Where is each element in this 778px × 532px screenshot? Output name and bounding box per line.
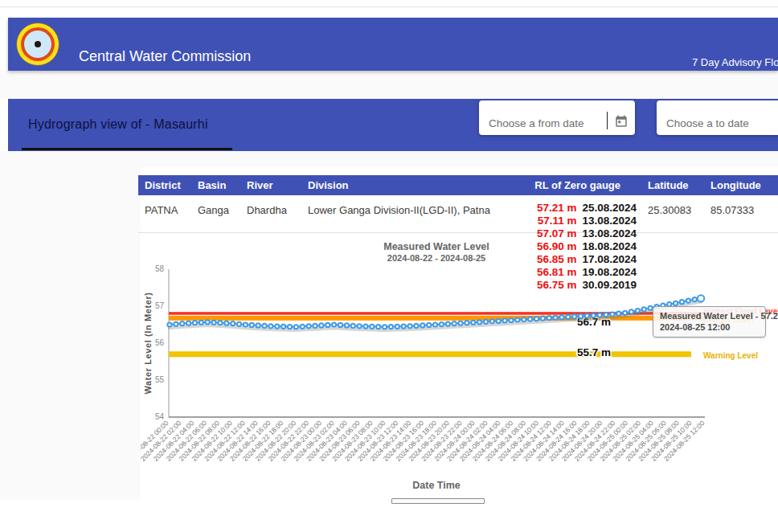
- series-point[interactable]: [250, 323, 254, 327]
- series-point[interactable]: [338, 323, 342, 327]
- series-point[interactable]: [566, 315, 570, 319]
- to-date-field[interactable]: Choose a to date: [657, 100, 778, 135]
- series-point[interactable]: [579, 314, 583, 318]
- series-point[interactable]: [420, 323, 424, 327]
- hydrograph-svg: Measured Water Level2024-08-22 - 2024-08…: [141, 233, 778, 510]
- series-point[interactable]: [211, 321, 215, 325]
- advisory-flood-link[interactable]: 7 Day Advisory Flood: [692, 56, 778, 68]
- rl-value-line: 57.11 m13.08.2024: [522, 215, 637, 227]
- series-point[interactable]: [275, 324, 279, 328]
- series-point[interactable]: [199, 321, 203, 325]
- series-point[interactable]: [288, 325, 292, 329]
- series-point[interactable]: [623, 311, 627, 315]
- series-point[interactable]: [244, 322, 248, 326]
- series-point[interactable]: [477, 320, 481, 324]
- series-point[interactable]: [262, 324, 266, 328]
- series-point[interactable]: [446, 321, 450, 325]
- series-point[interactable]: [458, 321, 462, 325]
- series-point[interactable]: [604, 313, 608, 317]
- series-point[interactable]: [301, 325, 305, 329]
- series-point[interactable]: [186, 321, 190, 325]
- series-point[interactable]: [693, 297, 697, 301]
- series-point[interactable]: [218, 321, 222, 325]
- series-point[interactable]: [326, 323, 330, 327]
- series-point[interactable]: [610, 313, 614, 317]
- series-point[interactable]: [319, 323, 323, 327]
- series-point[interactable]: [598, 313, 602, 317]
- series-point[interactable]: [497, 319, 501, 323]
- series-point[interactable]: [629, 309, 633, 313]
- series-point[interactable]: [206, 320, 210, 324]
- series-point[interactable]: [383, 325, 387, 329]
- x-axis-title: Date Time: [412, 480, 461, 491]
- rl-value: 57.21 m: [537, 202, 577, 215]
- series-point[interactable]: [547, 316, 551, 320]
- series-point[interactable]: [427, 323, 431, 327]
- series-point[interactable]: [698, 295, 704, 301]
- series-point[interactable]: [465, 321, 469, 325]
- series-point[interactable]: [224, 321, 228, 325]
- series-point[interactable]: [680, 300, 684, 304]
- series-point[interactable]: [642, 307, 646, 311]
- warning-level-line: [169, 351, 691, 357]
- series-point[interactable]: [674, 301, 678, 305]
- series-point[interactable]: [345, 323, 349, 327]
- series-point[interactable]: [649, 306, 653, 310]
- series-point[interactable]: [231, 321, 235, 325]
- series-point[interactable]: [395, 325, 399, 329]
- series-point[interactable]: [541, 317, 545, 321]
- series-point[interactable]: [414, 324, 418, 328]
- series-point[interactable]: [193, 321, 197, 325]
- series-point[interactable]: [585, 313, 589, 317]
- cell-river: Dhardha: [247, 204, 287, 216]
- series-point[interactable]: [268, 324, 272, 328]
- series-point[interactable]: [528, 317, 532, 321]
- series-point[interactable]: [313, 324, 317, 328]
- series-point[interactable]: [167, 322, 171, 326]
- background-band: [0, 71, 778, 99]
- series-point[interactable]: [553, 316, 557, 320]
- series-point[interactable]: [484, 320, 488, 324]
- series-point[interactable]: [572, 314, 576, 318]
- series-point[interactable]: [351, 324, 355, 328]
- x-axis-scrollbar[interactable]: [391, 498, 485, 504]
- series-point[interactable]: [490, 319, 494, 323]
- series-point[interactable]: [389, 325, 393, 329]
- series-point[interactable]: [515, 317, 519, 321]
- series-point[interactable]: [294, 325, 298, 329]
- series-point[interactable]: [452, 321, 457, 325]
- series-point[interactable]: [616, 312, 620, 316]
- series-point[interactable]: [180, 321, 184, 325]
- series-point[interactable]: [636, 309, 640, 313]
- series-point[interactable]: [307, 324, 311, 328]
- col-district: District: [145, 179, 181, 191]
- series-point[interactable]: [407, 324, 412, 328]
- series-point[interactable]: [471, 321, 475, 325]
- background-band: [0, 151, 778, 167]
- series-point[interactable]: [256, 323, 260, 327]
- warning-level-label: Warning Level: [703, 351, 758, 360]
- series-point[interactable]: [332, 322, 336, 326]
- series-point[interactable]: [358, 324, 362, 328]
- col-river: River: [247, 179, 273, 191]
- series-point[interactable]: [503, 318, 507, 322]
- series-point[interactable]: [237, 322, 241, 326]
- series-point[interactable]: [433, 322, 437, 326]
- series-point[interactable]: [174, 322, 178, 326]
- series-point[interactable]: [370, 325, 374, 329]
- left-background-panel: [0, 167, 141, 500]
- series-point[interactable]: [592, 313, 596, 317]
- series-point[interactable]: [440, 322, 444, 326]
- series-point[interactable]: [534, 317, 538, 321]
- series-point[interactable]: [559, 315, 563, 319]
- chart-tooltip: Measured Water Level - 57.21 2024-08-25 …: [653, 306, 766, 338]
- from-date-field[interactable]: Choose a from date: [479, 100, 635, 135]
- series-point[interactable]: [686, 299, 690, 303]
- series-point[interactable]: [363, 324, 367, 328]
- calendar-icon[interactable]: [614, 114, 629, 129]
- series-point[interactable]: [402, 324, 406, 328]
- series-point[interactable]: [509, 318, 513, 322]
- series-point[interactable]: [376, 325, 380, 329]
- series-point[interactable]: [522, 317, 526, 321]
- series-point[interactable]: [281, 325, 285, 329]
